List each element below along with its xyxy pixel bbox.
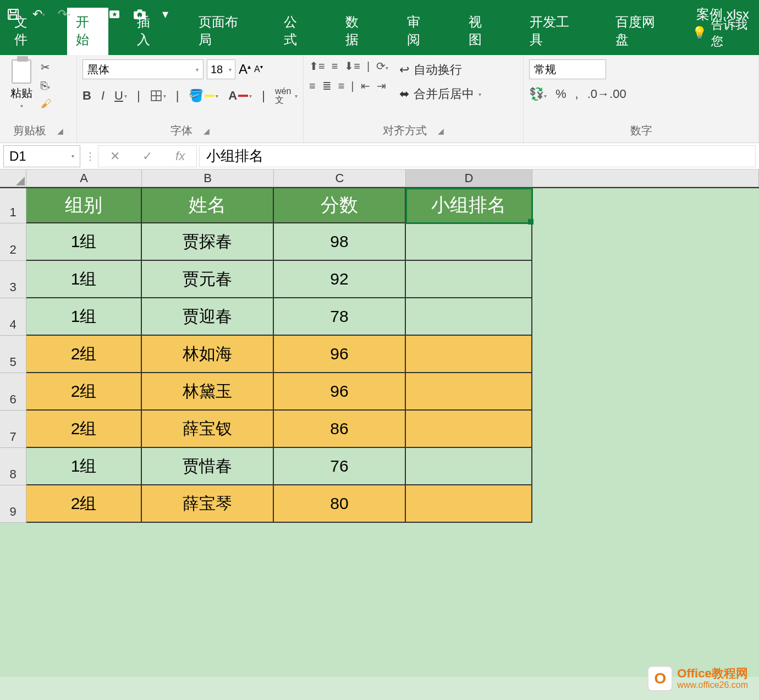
align-bottom-icon[interactable]: ⬇≡ xyxy=(344,59,360,73)
dialog-launcher-icon[interactable]: ◢ xyxy=(438,127,444,135)
decrease-font-icon[interactable]: A▾ xyxy=(254,64,263,74)
dialog-launcher-icon[interactable]: ◢ xyxy=(57,127,63,135)
data-cell[interactable]: 92 xyxy=(274,261,406,298)
align-middle-icon[interactable]: ≡ xyxy=(332,60,338,73)
paste-button[interactable]: 粘贴 ▾ xyxy=(6,59,37,110)
data-cell[interactable]: 76 xyxy=(274,448,406,485)
row-header-1[interactable]: 1 xyxy=(0,188,26,223)
data-cell[interactable]: 96 xyxy=(274,373,406,411)
data-cell[interactable]: 林黛玉 xyxy=(142,373,274,411)
data-cell[interactable]: 2组 xyxy=(26,373,142,411)
blank-cell[interactable] xyxy=(532,373,759,411)
align-center-icon[interactable]: ≣ xyxy=(322,79,332,92)
tab-developer[interactable]: 开发工具 xyxy=(521,8,586,55)
data-cell[interactable]: 80 xyxy=(274,485,406,523)
row-header[interactable]: 3 xyxy=(0,261,26,298)
accounting-format-button[interactable]: 💱▾ xyxy=(529,87,547,101)
tell-me-search[interactable]: 💡 告诉我您 xyxy=(692,17,754,55)
merge-center-button[interactable]: ⬌ 合并后居中 ▾ xyxy=(399,86,481,102)
header-cell-name[interactable]: 姓名 xyxy=(142,188,274,223)
data-cell[interactable]: 1组 xyxy=(26,261,142,298)
blank-cell[interactable] xyxy=(532,411,759,448)
phonetic-button[interactable]: wén 文▾ xyxy=(275,87,298,105)
cancel-icon[interactable]: ✕ xyxy=(110,149,120,163)
tab-baidu-netdisk[interactable]: 百度网盘 xyxy=(607,8,672,55)
data-cell[interactable] xyxy=(406,261,532,298)
row-header[interactable]: 7 xyxy=(0,411,26,448)
data-cell[interactable]: 贾探春 xyxy=(142,223,274,261)
number-format-select[interactable]: 常规 xyxy=(529,59,606,79)
blank-cell[interactable] xyxy=(532,448,759,485)
tab-file[interactable]: 文件 xyxy=(6,8,47,55)
data-cell[interactable]: 贾元春 xyxy=(142,261,274,298)
data-cell[interactable]: 2组 xyxy=(26,411,142,448)
header-cell-rank[interactable]: 小组排名 xyxy=(406,188,532,223)
data-cell[interactable] xyxy=(406,336,532,373)
align-right-icon[interactable]: ≡ xyxy=(338,80,345,92)
column-header-c[interactable]: C xyxy=(274,169,406,187)
tab-data[interactable]: 数据 xyxy=(337,8,378,55)
data-cell[interactable]: 2组 xyxy=(26,336,142,373)
column-header-blank[interactable] xyxy=(532,169,759,187)
redo-icon[interactable]: ↷▾ xyxy=(56,7,72,22)
tab-review[interactable]: 审阅 xyxy=(398,8,440,55)
tab-page-layout[interactable]: 页面布局 xyxy=(190,8,255,55)
data-cell[interactable]: 薛宝琴 xyxy=(142,485,274,523)
dialog-launcher-icon[interactable]: ◢ xyxy=(204,127,210,135)
data-cell[interactable]: 96 xyxy=(274,336,406,373)
align-top-icon[interactable]: ⬆≡ xyxy=(309,59,325,73)
data-cell[interactable]: 贾惜春 xyxy=(142,448,274,485)
data-cell[interactable] xyxy=(406,485,532,523)
font-color-button[interactable]: A▾ xyxy=(228,89,252,103)
data-cell[interactable] xyxy=(406,223,532,261)
font-name-select[interactable]: 黑体▾ xyxy=(82,59,204,79)
increase-font-icon[interactable]: A▴ xyxy=(239,62,251,77)
row-header[interactable]: 2 xyxy=(0,223,26,261)
select-all-corner[interactable] xyxy=(0,169,26,187)
data-cell[interactable] xyxy=(406,448,532,485)
row-header[interactable]: 4 xyxy=(0,298,26,336)
data-cell[interactable] xyxy=(406,411,532,448)
blank-cell[interactable] xyxy=(532,298,759,336)
column-header-b[interactable]: B xyxy=(142,169,274,187)
bold-button[interactable]: B xyxy=(82,89,91,103)
row-header[interactable]: 5 xyxy=(0,336,26,373)
decrease-indent-icon[interactable]: ⇤ xyxy=(361,79,370,92)
row-header[interactable]: 9 xyxy=(0,485,26,523)
increase-decimal-icon[interactable]: .0→.00 xyxy=(587,87,626,101)
wrap-text-button[interactable]: ↩ 自动换行 xyxy=(399,62,481,78)
chevron-down-icon[interactable]: ▾ xyxy=(20,103,23,109)
data-cell[interactable]: 薛宝钗 xyxy=(142,411,274,448)
data-cell[interactable]: 98 xyxy=(274,223,406,261)
tab-formulas[interactable]: 公式 xyxy=(275,8,317,55)
data-cell[interactable] xyxy=(406,298,532,336)
blank-cell[interactable] xyxy=(532,336,759,373)
data-cell[interactable]: 林如海 xyxy=(142,336,274,373)
fx-icon[interactable]: fx xyxy=(175,149,185,163)
italic-button[interactable]: I xyxy=(101,89,105,103)
underline-button[interactable]: U▾ xyxy=(114,89,127,103)
enter-icon[interactable]: ✓ xyxy=(142,149,152,163)
row-header[interactable]: 6 xyxy=(0,373,26,411)
data-cell[interactable]: 86 xyxy=(274,411,406,448)
border-button[interactable]: ▾ xyxy=(150,90,166,102)
data-cell[interactable]: 1组 xyxy=(26,448,142,485)
orientation-icon[interactable]: ⟳▾ xyxy=(376,59,388,73)
tab-view[interactable]: 视图 xyxy=(460,8,502,55)
column-header-a[interactable]: A xyxy=(26,169,142,187)
data-cell[interactable] xyxy=(406,373,532,411)
percent-button[interactable]: % xyxy=(556,87,566,101)
data-cell[interactable]: 1组 xyxy=(26,223,142,261)
data-cell[interactable]: 78 xyxy=(274,298,406,336)
empty-area[interactable] xyxy=(0,523,759,677)
format-painter-icon[interactable]: 🖌 xyxy=(41,97,52,110)
addin-icon[interactable]: ★ xyxy=(107,7,122,22)
font-size-select[interactable]: 18▾ xyxy=(207,59,235,79)
blank-cell[interactable] xyxy=(532,485,759,523)
copy-icon[interactable]: ⎘▾ xyxy=(41,79,52,92)
header-cell-score[interactable]: 分数 xyxy=(274,188,406,223)
formula-input[interactable]: 小组排名 xyxy=(199,145,756,167)
data-cell[interactable]: 1组 xyxy=(26,298,142,336)
header-cell-group[interactable]: 组别 xyxy=(26,188,142,223)
tab-home[interactable]: 开始 xyxy=(67,8,109,55)
